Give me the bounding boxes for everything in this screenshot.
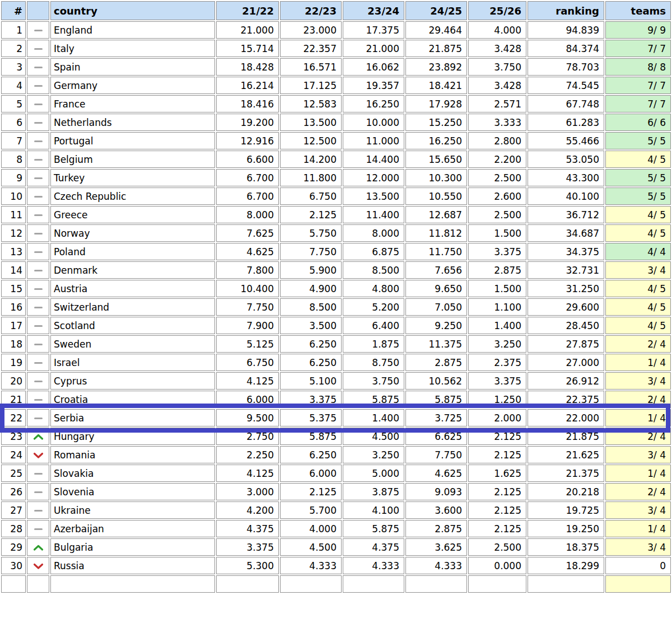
season-21-22-cell: 4.125 xyxy=(216,372,279,390)
season-23-24-cell: 6.875 xyxy=(343,243,404,260)
season-25-26-cell: 2.125 xyxy=(468,428,526,445)
country-cell: Czech Republic xyxy=(50,187,215,205)
trend-same-icon xyxy=(34,418,43,419)
country-cell: Romania xyxy=(50,446,215,463)
season-24-25-cell: 9.250 xyxy=(405,317,467,334)
trend-up-icon xyxy=(33,544,44,551)
ranking-cell: 94.839 xyxy=(528,21,604,39)
table-row: 7Portugal12.91612.50011.00016.2502.80055… xyxy=(1,132,671,149)
rank-cell: 28 xyxy=(1,520,26,537)
rank-cell: 11 xyxy=(1,206,26,223)
trend-cell xyxy=(27,465,49,482)
ranking-cell: 84.374 xyxy=(528,40,604,57)
ranking-cell: 22.375 xyxy=(528,391,604,408)
rank-cell: 27 xyxy=(1,501,26,519)
country-cell: Norway xyxy=(50,224,215,242)
ranking-cell: 18.299 xyxy=(528,557,604,574)
ranking-cell: 26.912 xyxy=(528,372,604,390)
teams-cell: 4/ 5 xyxy=(605,224,671,242)
country-cell: Israel xyxy=(50,354,215,371)
ranking-cell: 43.300 xyxy=(528,169,604,186)
column-header-trend xyxy=(27,1,49,20)
season-25-26-cell: 2.375 xyxy=(468,354,526,371)
season-21-22-cell: 18.416 xyxy=(216,95,279,112)
teams-cell: 3/ 4 xyxy=(605,261,671,279)
trend-same-icon xyxy=(34,251,43,253)
table-row: 6Netherlands19.20013.50010.00015.2503.33… xyxy=(1,114,671,131)
season-23-24-cell: 21.000 xyxy=(343,40,404,57)
trend-cell xyxy=(27,187,49,205)
trend-cell xyxy=(27,261,49,279)
teams-cell: 3/ 4 xyxy=(605,538,671,556)
table-row-partial xyxy=(1,575,671,593)
season-21-22-cell: 19.200 xyxy=(216,114,279,131)
season-25-26-cell: 3.428 xyxy=(468,77,526,94)
trend-cell xyxy=(27,95,49,112)
rank-cell: 7 xyxy=(1,132,26,149)
teams-cell: 3/ 4 xyxy=(605,501,671,519)
teams-cell: 5/ 5 xyxy=(605,169,671,186)
trend-same-icon xyxy=(34,233,43,235)
country-cell xyxy=(50,575,215,593)
season-25-26-cell: 2.500 xyxy=(468,538,526,556)
trend-cell xyxy=(27,391,49,408)
season-24-25-cell: 6.625 xyxy=(405,428,467,445)
season-24-25-cell: 15.250 xyxy=(405,114,467,131)
trend-same-icon xyxy=(34,491,43,493)
season-22-23-cell: 5.375 xyxy=(280,409,342,426)
teams-cell: 2/ 4 xyxy=(605,391,671,408)
season-22-23-cell: 5.100 xyxy=(280,372,342,390)
season-21-22-cell: 7.750 xyxy=(216,298,279,316)
trend-cell xyxy=(27,520,49,537)
ranking-cell: 20.218 xyxy=(528,483,604,500)
rank-cell: 17 xyxy=(1,317,26,334)
column-header-rank: # xyxy=(1,1,26,20)
season-23-24-cell: 4.100 xyxy=(343,501,404,519)
season-21-22-cell: 5.300 xyxy=(216,557,279,574)
season-21-22-cell: 2.250 xyxy=(216,446,279,463)
season-25-26-cell: 2.125 xyxy=(468,520,526,537)
season-25-26-cell: 2.500 xyxy=(468,206,526,223)
season-23-24-cell: 5.875 xyxy=(343,520,404,537)
column-header-2223: 22/23 xyxy=(280,1,342,20)
season-25-26-cell: 1.500 xyxy=(468,224,526,242)
teams-cell: 6/ 6 xyxy=(605,114,671,131)
season-23-24-cell: 1.875 xyxy=(343,335,404,353)
trend-down-icon xyxy=(33,562,44,570)
table-row: 21Croatia6.0003.3755.8755.8751.25022.375… xyxy=(1,391,671,408)
teams-cell: 5/ 5 xyxy=(605,132,671,149)
ranking-cell: 22.000 xyxy=(528,409,604,426)
trend-cell xyxy=(27,151,49,168)
season-23-24-cell: 3.875 xyxy=(343,483,404,500)
season-21-22-cell: 5.125 xyxy=(216,335,279,353)
season-21-22-cell: 6.600 xyxy=(216,151,279,168)
season-22-23-cell: 7.750 xyxy=(280,243,342,260)
teams-cell: 7/ 7 xyxy=(605,95,671,112)
season-23-24-cell: 13.500 xyxy=(343,187,404,205)
trend-same-icon xyxy=(34,344,43,345)
season-24-25-cell: 9.650 xyxy=(405,280,467,297)
trend-same-icon xyxy=(34,67,43,68)
ranking-cell: 32.731 xyxy=(528,261,604,279)
table-row: 10Czech Republic6.7006.75013.50010.5502.… xyxy=(1,187,671,205)
trend-down-icon xyxy=(33,452,44,459)
season-22-23-cell: 6.250 xyxy=(280,446,342,463)
trend-cell xyxy=(27,575,49,593)
season-23-24-cell: 5.200 xyxy=(343,298,404,316)
season-23-24-cell: 10.000 xyxy=(343,114,404,131)
ranking-cell: 21.625 xyxy=(528,446,604,463)
season-21-22-cell: 2.750 xyxy=(216,428,279,445)
season-22-23-cell: 6.250 xyxy=(280,335,342,353)
table-row: 4Germany16.21417.12519.35718.4213.42874.… xyxy=(1,77,671,94)
season-22-23-cell: 12.583 xyxy=(280,95,342,112)
trend-cell xyxy=(27,206,49,223)
rank-cell: 4 xyxy=(1,77,26,94)
teams-cell: 8/ 8 xyxy=(605,58,671,76)
ranking-cell: 29.600 xyxy=(528,298,604,316)
ranking-cell: 27.000 xyxy=(528,354,604,371)
ranking-cell: 18.375 xyxy=(528,538,604,556)
season-25-26-cell: 2.500 xyxy=(468,169,526,186)
season-21-22-cell: 6.750 xyxy=(216,354,279,371)
season-24-25-cell: 7.656 xyxy=(405,261,467,279)
season-24-25-cell: 10.550 xyxy=(405,187,467,205)
